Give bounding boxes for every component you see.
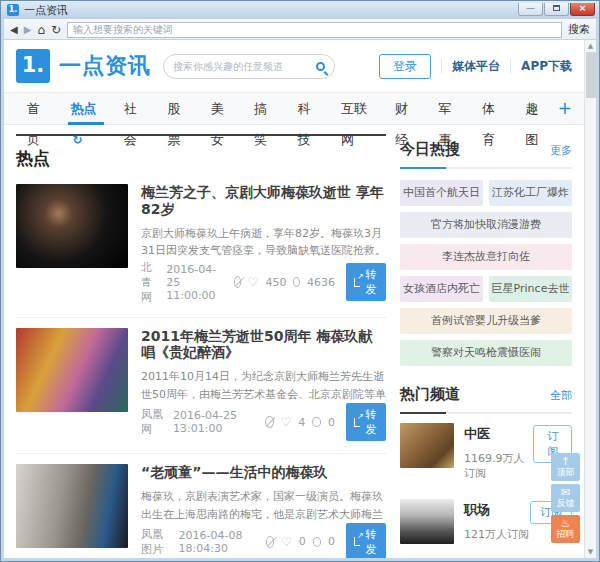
channel-subscribers: 121万人订阅 xyxy=(464,527,529,542)
nav-tab-internet[interactable]: 互联网 xyxy=(330,93,384,124)
channel-name[interactable]: 职场 xyxy=(464,501,529,519)
hot-search-tag[interactable]: 警察对天鸣枪震慑医闹 xyxy=(400,340,572,366)
address-search-input[interactable] xyxy=(67,22,562,38)
share-button[interactable]: 转发 xyxy=(346,263,386,301)
channel-search-input[interactable] xyxy=(173,61,316,72)
like-icon[interactable]: ♡ xyxy=(281,536,292,548)
news-title[interactable]: 2011年梅兰芳逝世50周年 梅葆玖献唱《贵妃醉酒》 xyxy=(141,328,386,362)
share-button[interactable]: 转发 xyxy=(346,403,386,441)
forward-icon[interactable]: ▶ xyxy=(24,25,32,35)
news-item[interactable]: 梅兰芳之子、京剧大师梅葆玖逝世 享年82岁 京剧大师梅葆玖上午病逝，享年82岁。… xyxy=(16,174,386,318)
site-logo[interactable]: 1. xyxy=(16,49,50,83)
channel-name[interactable]: 中医 xyxy=(464,425,533,443)
news-title[interactable]: “老顽童”——生活中的梅葆玖 xyxy=(141,464,386,481)
news-thumbnail[interactable] xyxy=(16,184,128,268)
maximize-button[interactable] xyxy=(544,3,569,16)
hot-search-tag[interactable]: 首例试管婴儿升级当爹 xyxy=(400,308,572,334)
login-button[interactable]: 登录 xyxy=(379,54,431,79)
news-summary: 梅葆玖，京剧表演艺术家，国家一级演员。梅葆玖出生在上海思南路的梅宅，他是京剧艺术… xyxy=(141,488,386,523)
comment-icon[interactable] xyxy=(293,277,300,287)
nav-tab-finance[interactable]: 财经 xyxy=(384,93,427,124)
hot-search-tag[interactable]: 女孩酒店内死亡 xyxy=(400,276,483,302)
hot-channels-all-link[interactable]: 全部 xyxy=(550,388,572,403)
window-title: 一点资讯 xyxy=(24,3,68,18)
like-icon[interactable]: ♡ xyxy=(248,276,259,288)
like-count: 0 xyxy=(299,535,306,548)
news-thumbnail[interactable] xyxy=(16,328,128,412)
hot-search-tag[interactable]: 官方将加快取消漫游费 xyxy=(400,212,572,238)
add-channel-button[interactable]: + xyxy=(558,100,572,117)
hot-search-tag[interactable]: 巨星Prince去世 xyxy=(489,276,572,302)
like-count: 450 xyxy=(265,276,286,289)
nav-tab-tech[interactable]: 科技 xyxy=(286,93,329,124)
media-platform-link[interactable]: 媒体平台 xyxy=(452,58,500,75)
feedback-button[interactable]: ✉反馈 xyxy=(551,484,580,512)
nav-tab-pics[interactable]: 趣图 xyxy=(514,93,557,124)
news-item[interactable]: 2011年梅兰芳逝世50周年 梅葆玖献唱《贵妃醉酒》 2011年10月14日，为… xyxy=(16,318,386,455)
hot-search-title: 今日热搜 xyxy=(400,140,460,159)
news-thumbnail[interactable] xyxy=(16,464,128,548)
tab-refresh-icon[interactable]: ↻ xyxy=(72,133,82,147)
hot-search-tags: 中国首个航天日 江苏化工厂爆炸 官方将加快取消漫游费 李连杰故意打向佐 女孩酒店… xyxy=(400,180,572,366)
back-to-top-button[interactable]: ↑顶部 xyxy=(551,453,580,481)
channel-row: 中医 1169.9万人订阅 订阅 xyxy=(400,414,572,490)
nav-tab-society[interactable]: 社会 xyxy=(113,93,156,124)
news-feed: 热点 梅兰芳之子、京剧大师梅葆玖逝世 享年82岁 京剧大师梅葆玖上午病逝，享年8… xyxy=(16,134,386,558)
like-icon[interactable]: ♡ xyxy=(281,416,292,428)
news-source: 凤凰网 xyxy=(141,407,163,437)
channel-logo[interactable] xyxy=(400,499,454,544)
dislike-icon[interactable] xyxy=(265,416,274,428)
scroll-up-icon[interactable]: ▲ xyxy=(588,40,593,52)
scrollbar-thumb[interactable] xyxy=(586,52,596,98)
app-download-link[interactable]: APP下载 xyxy=(521,58,572,75)
close-button[interactable]: × xyxy=(570,3,595,16)
up-arrow-icon: ↑ xyxy=(551,456,580,467)
nav-tab-stocks[interactable]: 股票 xyxy=(156,93,199,124)
news-title[interactable]: 梅兰芳之子、京剧大师梅葆玖逝世 享年82岁 xyxy=(141,184,386,218)
search-icon[interactable] xyxy=(316,62,325,71)
vertical-scrollbar[interactable]: ▲ ▼ xyxy=(584,40,596,558)
flame-icon: ♨ xyxy=(551,518,580,529)
channel-logo[interactable] xyxy=(400,423,454,468)
news-date: 2016-04-25 11:00:00 xyxy=(166,263,220,302)
nav-tab-beauty[interactable]: 美女 xyxy=(200,93,243,124)
browser-toolbar: ◀ ▶ ⌂ ↻ 搜索 xyxy=(4,19,596,40)
channel-subscribers: 1169.9万人订阅 xyxy=(464,451,533,481)
nav-tab-hot[interactable]: 热点↻ xyxy=(59,93,112,124)
home-icon[interactable]: ⌂ xyxy=(37,24,45,36)
nav-tab-home[interactable]: 首页 xyxy=(16,93,59,124)
dislike-icon[interactable] xyxy=(266,536,274,548)
hot-search-tag[interactable]: 中国首个航天日 xyxy=(400,180,483,206)
scroll-down-icon[interactable]: ▼ xyxy=(588,546,593,558)
hot-search-more-link[interactable]: 更多 xyxy=(550,143,572,158)
hot-search-tag[interactable]: 李连杰故意打向佐 xyxy=(400,244,572,270)
channel-search-box[interactable] xyxy=(163,54,335,79)
comment-count: 0 xyxy=(328,416,335,429)
toolbar-search-button[interactable]: 搜索 xyxy=(568,22,590,37)
news-item[interactable]: “老顽童”——生活中的梅葆玖 梅葆玖，京剧表演艺术家，国家一级演员。梅葆玖出生在… xyxy=(16,454,386,558)
news-source: 凤凰图片 xyxy=(141,527,169,557)
recruit-button[interactable]: ♨招聘 xyxy=(551,515,580,543)
hot-channels-header: 热门频道 全部 xyxy=(400,379,572,414)
back-icon[interactable]: ◀ xyxy=(10,25,18,35)
news-summary: 2011年10月14日，为纪念京剧大师梅兰芳先生逝世50周年，由梅兰芳艺术基金会… xyxy=(141,368,386,403)
comment-count: 4636 xyxy=(307,276,335,289)
share-icon xyxy=(354,418,360,427)
hot-search-tag[interactable]: 江苏化工厂爆炸 xyxy=(489,180,572,206)
hot-channels-title: 热门频道 xyxy=(400,385,460,404)
share-button[interactable]: 转发 xyxy=(346,523,386,558)
comment-icon[interactable] xyxy=(312,417,321,427)
floating-buttons: ↑顶部 ✉反馈 ♨招聘 xyxy=(551,453,580,543)
nav-tab-military[interactable]: 军事 xyxy=(427,93,470,124)
comment-count: 0 xyxy=(328,535,335,548)
site-brand[interactable]: 一点资讯 xyxy=(59,51,151,81)
nav-tab-sports[interactable]: 体育 xyxy=(471,93,514,124)
news-meta: 北青网 2016-04-25 11:00:00 ♡450 4636 转发 xyxy=(141,260,386,305)
comment-icon[interactable] xyxy=(313,537,321,547)
refresh-icon[interactable]: ↻ xyxy=(51,24,61,36)
nav-tab-funny[interactable]: 搞笑 xyxy=(243,93,286,124)
minimize-button[interactable]: — xyxy=(518,3,543,16)
channel-nav: 首页 热点↻ 社会 股票 美女 搞笑 科技 互联网 财经 军事 体育 趣图 + xyxy=(4,92,584,125)
dislike-icon[interactable] xyxy=(234,276,241,288)
channel-row: 职场 121万人订阅 订阅 xyxy=(400,490,572,553)
